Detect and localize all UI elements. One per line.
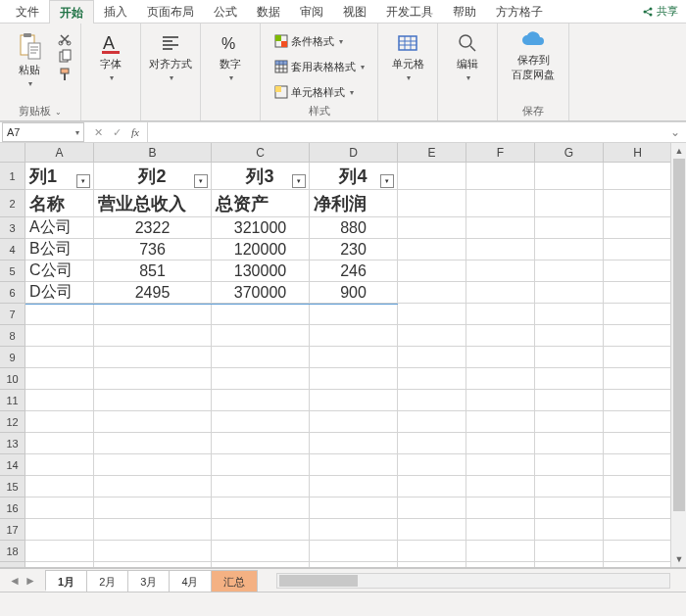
format-painter-icon[interactable] bbox=[57, 67, 73, 82]
sheet-nav-prev[interactable]: ◄ bbox=[8, 574, 22, 588]
cell[interactable] bbox=[535, 541, 604, 562]
cell[interactable] bbox=[466, 325, 535, 347]
row-header-18[interactable]: 18 bbox=[0, 541, 25, 562]
sheet-tab-summary[interactable]: 汇总 bbox=[211, 570, 258, 592]
cell[interactable] bbox=[466, 368, 535, 390]
cell[interactable]: 130000 bbox=[212, 261, 310, 282]
sheet-nav-next[interactable]: ► bbox=[24, 574, 37, 588]
cell[interactable]: 净利润 bbox=[310, 190, 398, 217]
cell[interactable] bbox=[212, 562, 310, 568]
cell[interactable] bbox=[310, 476, 398, 498]
row-header-15[interactable]: 15 bbox=[0, 476, 25, 498]
cell[interactable] bbox=[604, 476, 672, 498]
cell[interactable] bbox=[212, 454, 310, 476]
cell[interactable] bbox=[398, 368, 466, 390]
cell[interactable] bbox=[94, 304, 212, 325]
row-header-8[interactable]: 8 bbox=[0, 325, 25, 347]
select-all-corner[interactable] bbox=[0, 143, 25, 163]
cell[interactable] bbox=[94, 519, 212, 541]
sheet-tab-feb[interactable]: 2月 bbox=[86, 570, 128, 592]
cell[interactable] bbox=[25, 368, 94, 390]
cell[interactable] bbox=[310, 433, 398, 454]
cell[interactable] bbox=[212, 325, 310, 347]
cell[interactable] bbox=[535, 217, 604, 239]
cell[interactable] bbox=[535, 239, 604, 261]
cell[interactable] bbox=[212, 411, 310, 433]
worksheet[interactable]: ABCDEFGH 12345678910111213141516171819 列… bbox=[0, 143, 686, 568]
cell[interactable] bbox=[535, 519, 604, 541]
row-header-13[interactable]: 13 bbox=[0, 433, 25, 454]
cell[interactable]: 736 bbox=[94, 239, 212, 261]
cell[interactable] bbox=[94, 562, 212, 568]
sheet-tab-mar[interactable]: 3月 bbox=[127, 570, 170, 592]
cancel-formula-icon[interactable]: ✕ bbox=[94, 126, 103, 139]
sheet-tab-apr[interactable]: 4月 bbox=[169, 570, 211, 592]
cell[interactable] bbox=[25, 325, 94, 347]
row-header-6[interactable]: 6 bbox=[0, 282, 25, 304]
col-header-C[interactable]: C bbox=[212, 143, 310, 163]
row-header-1[interactable]: 1 bbox=[0, 163, 25, 190]
col-header-A[interactable]: A bbox=[25, 143, 94, 163]
row-header-2[interactable]: 2 bbox=[0, 190, 25, 217]
font-button[interactable]: A 字体 ▾ bbox=[89, 27, 132, 82]
tab-page-layout[interactable]: 页面布局 bbox=[137, 0, 204, 24]
cell[interactable] bbox=[310, 454, 398, 476]
cell[interactable] bbox=[310, 368, 398, 390]
cell[interactable] bbox=[310, 498, 398, 519]
cell[interactable] bbox=[535, 261, 604, 282]
cell[interactable] bbox=[466, 476, 535, 498]
cell[interactable] bbox=[212, 476, 310, 498]
cell[interactable] bbox=[398, 304, 466, 325]
cell[interactable] bbox=[604, 325, 672, 347]
cell[interactable]: 2322 bbox=[94, 217, 212, 239]
cell[interactable] bbox=[25, 347, 94, 368]
cell[interactable] bbox=[466, 304, 535, 325]
cell[interactable] bbox=[466, 261, 535, 282]
cell[interactable] bbox=[94, 347, 212, 368]
copy-icon[interactable] bbox=[57, 49, 73, 65]
cell[interactable]: 2495 bbox=[94, 282, 212, 304]
cell[interactable] bbox=[398, 519, 466, 541]
scroll-up-icon[interactable]: ▲ bbox=[671, 143, 686, 159]
share-button[interactable]: 共享 bbox=[634, 4, 686, 19]
cell[interactable]: A公司 bbox=[25, 217, 94, 239]
cell[interactable]: D公司 bbox=[25, 282, 94, 304]
cell[interactable] bbox=[535, 190, 604, 217]
cell[interactable] bbox=[535, 163, 604, 190]
cell[interactable] bbox=[604, 282, 672, 304]
col-header-G[interactable]: G bbox=[535, 143, 604, 163]
cell[interactable] bbox=[604, 454, 672, 476]
cell[interactable] bbox=[466, 163, 535, 190]
cell[interactable] bbox=[310, 562, 398, 568]
cell[interactable] bbox=[604, 304, 672, 325]
cell[interactable] bbox=[535, 433, 604, 454]
cell[interactable] bbox=[535, 498, 604, 519]
cell[interactable] bbox=[604, 261, 672, 282]
cell[interactable] bbox=[604, 190, 672, 217]
tab-help[interactable]: 帮助 bbox=[443, 0, 486, 24]
tab-data[interactable]: 数据 bbox=[247, 0, 290, 24]
row-header-12[interactable]: 12 bbox=[0, 411, 25, 433]
cell[interactable] bbox=[310, 304, 398, 325]
cell[interactable]: 营业总收入 bbox=[94, 190, 212, 217]
table-format-button[interactable]: 套用表格格式▾ bbox=[274, 57, 365, 76]
cell[interactable] bbox=[535, 304, 604, 325]
cell[interactable] bbox=[94, 498, 212, 519]
cell[interactable]: 321000 bbox=[212, 217, 310, 239]
cell[interactable] bbox=[604, 541, 672, 562]
cell[interactable] bbox=[212, 347, 310, 368]
filter-button[interactable]: ▾ bbox=[194, 174, 208, 188]
cell[interactable] bbox=[535, 368, 604, 390]
cell[interactable] bbox=[466, 541, 535, 562]
cell[interactable]: 851 bbox=[94, 261, 212, 282]
cell[interactable] bbox=[94, 390, 212, 411]
cell[interactable]: 名称 bbox=[25, 190, 94, 217]
cell[interactable] bbox=[398, 433, 466, 454]
row-header-4[interactable]: 4 bbox=[0, 239, 25, 261]
filter-button[interactable]: ▾ bbox=[292, 174, 306, 188]
cell[interactable] bbox=[25, 454, 94, 476]
cell[interactable] bbox=[604, 163, 672, 190]
row-header-7[interactable]: 7 bbox=[0, 304, 25, 325]
cell[interactable] bbox=[94, 411, 212, 433]
cell[interactable] bbox=[604, 498, 672, 519]
